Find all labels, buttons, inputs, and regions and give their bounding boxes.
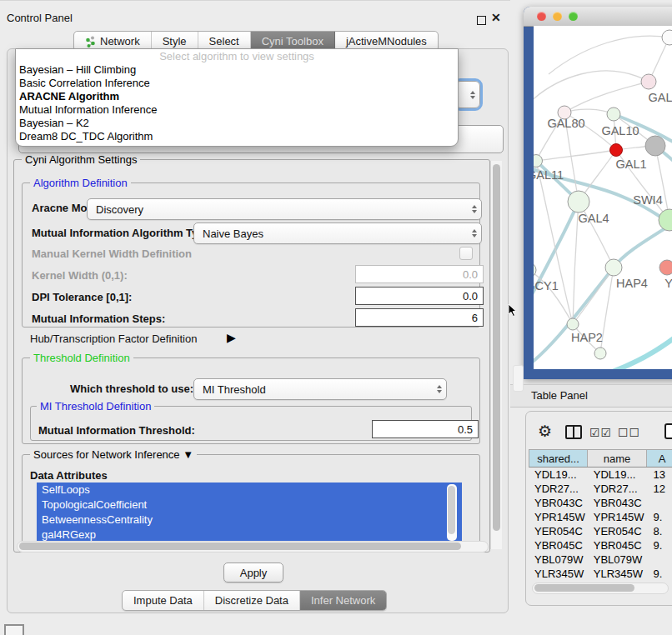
network-canvas[interactable]: GALGAL80GAL10GAL1GAL11SWI4GAL4GCY1HAP4YH… — [534, 26, 672, 369]
algorithm-combobox[interactable] — [455, 81, 480, 108]
dpi-tolerance-field[interactable]: 0.0 — [355, 287, 484, 305]
network-node[interactable] — [662, 30, 672, 45]
data-attribute-item[interactable]: SelfLoops — [37, 482, 462, 498]
gear-icon[interactable]: ⚙ — [538, 422, 552, 441]
tab-discretize-data[interactable]: Discretize Data — [204, 591, 300, 610]
node-label: GAL11 — [534, 168, 564, 182]
column-header-shared[interactable]: shared... — [529, 450, 588, 467]
list-vertical-scrollbar[interactable] — [447, 484, 457, 541]
apply-button-label: Apply — [240, 567, 268, 579]
network-edge[interactable] — [534, 270, 573, 324]
table-row[interactable]: YDR27...YDR27...12 — [529, 482, 672, 496]
which-threshold-combobox[interactable]: MI Threshold — [193, 378, 447, 400]
network-node[interactable] — [534, 155, 543, 168]
settings-group-title: Cyni Algorithm Settings — [22, 153, 140, 166]
sources-group-title[interactable]: Sources for Network Inference ▼ — [30, 448, 197, 461]
network-window-titlebar[interactable] — [524, 7, 672, 27]
network-node[interactable] — [641, 74, 656, 89]
hub-definition-label[interactable]: Hub/Transcription Factor Definition — [30, 332, 197, 345]
settings-horizontal-scrollbar[interactable] — [17, 541, 489, 552]
table-options-icon[interactable] — [664, 423, 672, 439]
table-row[interactable]: YBR045CYBR045C9. — [529, 538, 672, 552]
panel-divider-handle[interactable] — [513, 365, 524, 392]
table-row[interactable]: YDL19...YDL19...13 — [529, 468, 672, 482]
tab-impute-data[interactable]: Impute Data — [123, 591, 204, 610]
mi-threshold-field[interactable]: 0.5 — [372, 420, 479, 438]
apply-button[interactable]: Apply — [223, 562, 283, 582]
float-window-icon[interactable] — [477, 16, 486, 25]
dropdown-item[interactable]: Bayesian – Hill Climbing — [16, 63, 458, 77]
scrollbar-thumb[interactable] — [19, 542, 461, 550]
mi-type-combobox[interactable]: Naive Bayes — [193, 222, 482, 244]
scrollbar-thumb[interactable] — [534, 584, 634, 592]
mi-steps-value: 6 — [472, 312, 478, 324]
settings-vertical-scrollbar[interactable] — [490, 161, 502, 549]
node-label: GAL10 — [601, 124, 639, 138]
network-node[interactable] — [605, 259, 622, 276]
network-edge[interactable] — [549, 36, 669, 74]
minimized-panel-icon[interactable] — [4, 624, 24, 635]
network-edge[interactable] — [605, 336, 672, 369]
clear-checkboxes-icon[interactable]: ☐☐ — [618, 426, 640, 439]
node-attribute-table[interactable]: shared...nameAYDL19...YDL19...13YDR27...… — [529, 449, 672, 595]
network-node[interactable] — [568, 191, 589, 212]
table-row[interactable]: YER054CYER054C8. — [529, 524, 672, 538]
table-horizontal-scrollbar[interactable] — [532, 582, 669, 594]
table-cell — [647, 552, 672, 567]
network-edge[interactable] — [536, 161, 573, 324]
table-row[interactable]: YBR043CYBR043C — [529, 496, 672, 510]
table-cell — [647, 496, 672, 510]
node-label: HAP4 — [616, 277, 648, 290]
scrollbar-thumb[interactable] — [448, 486, 455, 534]
select-all-checkboxes-icon[interactable]: ☑☑ — [589, 426, 612, 439]
table-cell: 9. — [647, 538, 672, 552]
network-node[interactable] — [645, 136, 665, 156]
dropdown-item[interactable]: Mutual Information Inference — [16, 103, 458, 117]
dropdown-item[interactable]: Basic Correlation Inference — [16, 77, 458, 90]
close-traffic-light-icon[interactable] — [537, 12, 546, 21]
table-row[interactable]: YPR145WYPR145W9. — [529, 510, 672, 524]
mouse-cursor — [508, 303, 518, 318]
network-node[interactable] — [607, 108, 620, 121]
table-row[interactable]: YBL079WYBL079W — [529, 552, 672, 567]
network-node[interactable] — [567, 318, 579, 330]
network-edge[interactable] — [536, 150, 616, 161]
close-icon[interactable]: ✕ — [491, 11, 501, 24]
network-edge[interactable] — [564, 82, 649, 112]
network-edge[interactable] — [573, 268, 614, 324]
table-cell: YDL19... — [529, 468, 588, 482]
kernel-width-field[interactable]: 0.0 — [355, 265, 484, 283]
column-header-name[interactable]: name — [588, 450, 647, 467]
network-node[interactable] — [659, 209, 672, 231]
table-row[interactable]: YLR345WYLR345W9. — [529, 567, 672, 581]
data-attributes-list[interactable]: SelfLoopsTopologicalCoefficientBetweenne… — [37, 482, 462, 543]
manual-kernel-checkbox[interactable] — [459, 247, 473, 260]
mi-threshold-group-title: MI Threshold Definition — [37, 400, 154, 412]
dropdown-item[interactable]: Dream8 DC_TDC Algorithm — [16, 130, 458, 143]
table-cell: YLR345W — [529, 567, 588, 581]
tab-label: Style — [163, 35, 187, 48]
tab-infer-network[interactable]: Infer Network — [300, 591, 386, 610]
network-edge[interactable] — [534, 71, 649, 105]
dropdown-item[interactable]: Bayesian – K2 — [16, 117, 458, 130]
dropdown-item[interactable]: ARACNE Algorithm — [16, 90, 458, 103]
dropdown-placeholder: Select algorithm to view settings — [16, 50, 458, 63]
collapsed-arrow-icon[interactable]: ▶ — [227, 331, 236, 344]
column-header-A[interactable]: A — [647, 450, 672, 467]
network-node[interactable] — [610, 144, 623, 157]
scrollbar-thumb[interactable] — [493, 164, 500, 531]
split-columns-icon[interactable] — [565, 425, 582, 439]
minimize-traffic-light-icon[interactable] — [553, 12, 562, 21]
data-attribute-item[interactable]: BetweennessCentrality — [37, 512, 462, 528]
table-cell: 8. — [647, 524, 672, 538]
aracne-mode-value: Discovery — [96, 203, 143, 216]
network-node[interactable] — [594, 348, 606, 359]
zoom-traffic-light-icon[interactable] — [569, 12, 578, 21]
mi-steps-field[interactable]: 6 — [355, 308, 484, 327]
table-cell: 9. — [647, 567, 672, 581]
dpi-tolerance-value: 0.0 — [463, 290, 478, 302]
network-edge[interactable] — [564, 109, 614, 114]
network-node[interactable] — [659, 260, 672, 275]
data-attribute-item[interactable]: TopologicalCoefficient — [37, 498, 462, 512]
aracne-mode-combobox[interactable]: Discovery — [87, 198, 482, 220]
